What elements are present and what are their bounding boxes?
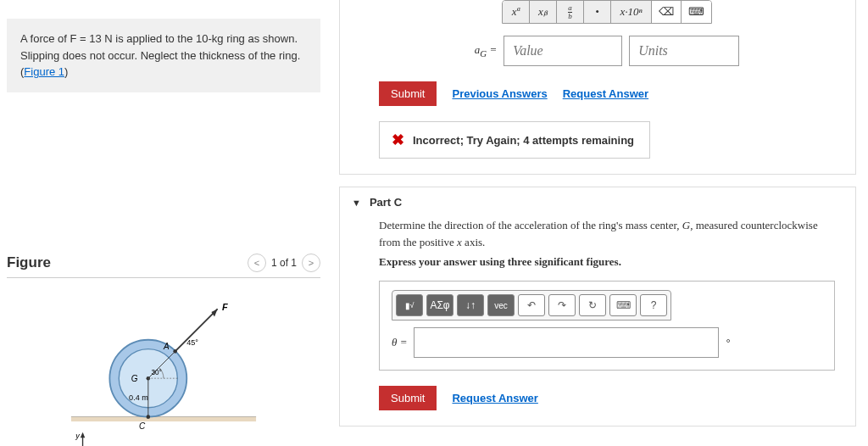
symbol-toolbar-b: xª xᵦ ab • x·10ⁿ ⌫ ⌨	[502, 0, 712, 24]
svg-point-11	[147, 415, 151, 419]
label-F: F	[222, 302, 228, 312]
part-c-instruction: Express your answer using three signific…	[379, 255, 835, 269]
svg-marker-13	[81, 432, 85, 437]
label-30: 30°	[151, 368, 161, 376]
figure-title: Figure	[7, 254, 51, 271]
figure-diagram: G A F 45° 30° 0.4 m C y x	[7, 295, 320, 447]
help-button[interactable]: ?	[640, 294, 667, 316]
reset-button[interactable]: ↻	[579, 294, 606, 316]
keyboard-button-c[interactable]: ⌨	[609, 294, 637, 316]
problem-text-after: )	[64, 65, 68, 78]
value-input-b[interactable]	[504, 36, 622, 66]
sym-xb-button[interactable]: xᵦ	[530, 1, 557, 23]
svg-marker-8	[211, 309, 217, 316]
sym-xa-button[interactable]: xª	[503, 1, 530, 23]
part-c-header[interactable]: ▼ Part C	[340, 187, 855, 217]
part-c-prompt: Determine the direction of the accelerat…	[379, 217, 835, 250]
vec-button[interactable]: vec	[487, 294, 515, 316]
sym-dot-button[interactable]: •	[584, 1, 611, 23]
next-figure-button[interactable]: >	[302, 254, 320, 272]
feedback-box: ✖ Incorrect; Try Again; 4 attempts remai…	[379, 121, 650, 159]
label-45: 45°	[186, 338, 198, 347]
symbol-toolbar-c: ▮√ ΑΣφ ↓↑ vec ↶ ↷ ↻ ⌨ ?	[392, 290, 671, 321]
figure-link[interactable]: Figure 1	[24, 65, 64, 78]
label-y: y	[75, 432, 80, 440]
undo-button[interactable]: ↶	[518, 294, 545, 316]
unit-degree: °	[726, 337, 730, 349]
template-button[interactable]: ▮√	[396, 294, 423, 316]
value-input-c[interactable]	[414, 327, 719, 358]
problem-statement: A force of F = 13 N is applied to the 10…	[7, 19, 320, 92]
arrows-button[interactable]: ↓↑	[457, 294, 484, 316]
sym-frac-button[interactable]: ab	[557, 1, 584, 23]
figure-pager: < 1 of 1 >	[248, 254, 320, 272]
units-input-b[interactable]	[629, 36, 739, 66]
greek-button[interactable]: ΑΣφ	[426, 294, 453, 316]
label-radius: 0.4 m	[129, 393, 148, 401]
var-label-ag: aG =	[475, 43, 497, 59]
submit-button-b[interactable]: Submit	[379, 81, 437, 106]
label-A: A	[163, 341, 170, 350]
part-c-title: Part C	[370, 196, 402, 209]
feedback-message: Incorrect; Try Again; 4 attempts remaini…	[413, 134, 634, 147]
redo-button[interactable]: ↷	[548, 294, 576, 316]
prev-figure-button[interactable]: <	[248, 254, 266, 272]
sym-keyboard-button[interactable]: ⌨	[682, 1, 711, 23]
svg-rect-1	[71, 416, 256, 421]
request-answer-link-c[interactable]: Request Answer	[452, 392, 537, 404]
sym-backspace-button[interactable]: ⌫	[652, 1, 682, 23]
var-label-theta: θ =	[392, 336, 407, 349]
label-C: C	[139, 421, 146, 431]
submit-button-c[interactable]: Submit	[379, 386, 437, 410]
caret-down-icon: ▼	[352, 198, 361, 208]
request-answer-link-b[interactable]: Request Answer	[563, 87, 648, 100]
sym-xten-button[interactable]: x·10ⁿ	[611, 1, 652, 23]
label-G: G	[131, 373, 138, 382]
figure-page-text: 1 of 1	[271, 257, 297, 269]
previous-answers-link[interactable]: Previous Answers	[452, 87, 547, 100]
incorrect-icon: ✖	[392, 131, 404, 149]
